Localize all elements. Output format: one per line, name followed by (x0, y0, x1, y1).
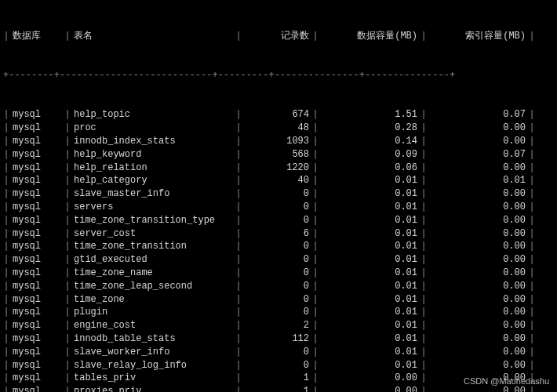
table-row: |mysql|gtid_executed|0|0.01|0.00| (3, 253, 554, 267)
pipe-icon: | (64, 227, 71, 241)
pipe-icon: | (420, 135, 427, 148)
pipe-icon: | (3, 319, 9, 332)
pipe-icon: | (529, 319, 535, 332)
cell-idx-mb: 0.00 (427, 135, 529, 148)
cell-rows: 0 (242, 359, 312, 372)
pipe-icon: | (529, 135, 535, 148)
cell-rows: 1220 (242, 162, 312, 175)
pipe-icon: | (235, 135, 242, 148)
cell-table: time_zone_leap_second (71, 280, 235, 293)
pipe-icon: | (3, 306, 9, 319)
pipe-icon: | (235, 385, 242, 392)
pipe-icon: | (3, 332, 9, 346)
pipe-icon: | (3, 346, 9, 359)
table-row: |mysql|help_keyword|568|0.09|0.07| (3, 148, 554, 162)
pipe-icon: | (529, 201, 535, 214)
cell-db: mysql (9, 148, 64, 162)
pipe-icon: | (3, 253, 9, 267)
cell-table: time_zone (71, 293, 235, 307)
cell-data-mb: 0.01 (319, 332, 420, 346)
pipe-icon: | (420, 108, 427, 122)
pipe-icon: | (3, 135, 9, 148)
cell-rows: 40 (242, 174, 312, 187)
cell-data-mb: 0.09 (319, 148, 420, 162)
pipe-icon: | (64, 253, 71, 267)
cell-data-mb: 0.00 (319, 385, 420, 392)
pipe-icon: | (3, 293, 9, 307)
pipe-icon: | (312, 162, 319, 175)
mysql-table-output: | 数据库 | 表名 | 记录数 | 数据容量(MB) | 索引容量(MB) |… (3, 3, 554, 392)
table-row: |mysql|plugin|0|0.01|0.00| (3, 306, 554, 319)
cell-db: mysql (9, 135, 64, 148)
pipe-icon: | (529, 30, 535, 43)
pipe-icon: | (529, 148, 535, 162)
cell-db: mysql (9, 240, 64, 253)
cell-table: innodb_index_stats (71, 135, 235, 148)
pipe-icon: | (64, 240, 71, 253)
pipe-icon: | (420, 187, 427, 201)
cell-rows: 0 (242, 293, 312, 307)
pipe-icon: | (64, 30, 71, 43)
cell-data-mb: 0.01 (319, 267, 420, 280)
pipe-icon: | (529, 214, 535, 227)
cell-rows: 48 (242, 122, 312, 135)
pipe-icon: | (3, 280, 9, 293)
pipe-icon: | (235, 346, 242, 359)
table-row: |mysql|innodb_index_stats|1093|0.14|0.00… (3, 135, 554, 148)
pipe-icon: | (3, 385, 9, 392)
pipe-icon: | (420, 267, 427, 280)
cell-db: mysql (9, 372, 64, 385)
cell-idx-mb: 0.00 (427, 293, 529, 307)
pipe-icon: | (3, 240, 9, 253)
cell-data-mb: 0.01 (319, 201, 420, 214)
cell-rows: 1 (242, 385, 312, 392)
cell-rows: 568 (242, 148, 312, 162)
pipe-icon: | (235, 108, 242, 122)
pipe-icon: | (312, 187, 319, 201)
pipe-icon: | (529, 267, 535, 280)
pipe-icon: | (235, 332, 242, 346)
table-row: |mysql|time_zone_transition_type|0|0.01|… (3, 214, 554, 227)
cell-table: help_topic (71, 108, 235, 122)
cell-table: time_zone_transition_type (71, 214, 235, 227)
table-row: |mysql|server_cost|6|0.01|0.00| (3, 227, 554, 241)
pipe-icon: | (235, 174, 242, 187)
cell-rows: 1 (242, 372, 312, 385)
pipe-icon: | (312, 135, 319, 148)
cell-db: mysql (9, 122, 64, 135)
pipe-icon: | (235, 240, 242, 253)
pipe-icon: | (64, 214, 71, 227)
cell-db: mysql (9, 227, 64, 241)
pipe-icon: | (235, 293, 242, 307)
cell-db: mysql (9, 108, 64, 122)
pipe-icon: | (420, 253, 427, 267)
pipe-icon: | (235, 253, 242, 267)
cell-data-mb: 0.01 (319, 174, 420, 187)
pipe-icon: | (64, 148, 71, 162)
pipe-icon: | (3, 122, 9, 135)
table-header-row: | 数据库 | 表名 | 记录数 | 数据容量(MB) | 索引容量(MB) | (3, 30, 554, 43)
pipe-icon: | (3, 187, 9, 201)
pipe-icon: | (529, 280, 535, 293)
pipe-icon: | (3, 372, 9, 385)
watermark: CSDN @Maohedashu (464, 376, 549, 387)
pipe-icon: | (420, 372, 427, 385)
table-row: |mysql|time_zone_leap_second|0|0.01|0.00… (3, 280, 554, 293)
divider: +--------+---------------------------+--… (3, 69, 554, 82)
pipe-icon: | (235, 122, 242, 135)
pipe-icon: | (529, 174, 535, 187)
pipe-icon: | (64, 306, 71, 319)
pipe-icon: | (420, 332, 427, 346)
table-row: |mysql|servers|0|0.01|0.00| (3, 201, 554, 214)
pipe-icon: | (529, 253, 535, 267)
pipe-icon: | (529, 359, 535, 372)
cell-db: mysql (9, 267, 64, 280)
pipe-icon: | (420, 174, 427, 187)
cell-table: plugin (71, 306, 235, 319)
pipe-icon: | (312, 253, 319, 267)
pipe-icon: | (235, 280, 242, 293)
cell-rows: 674 (242, 108, 312, 122)
pipe-icon: | (64, 359, 71, 372)
pipe-icon: | (529, 332, 535, 346)
pipe-icon: | (420, 359, 427, 372)
